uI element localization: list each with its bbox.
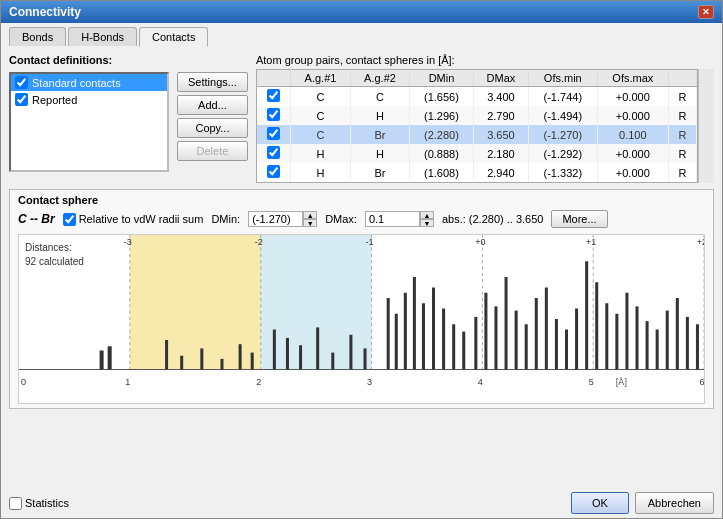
dmin-down[interactable]: ▼ [303,219,317,227]
dmax-up[interactable]: ▲ [420,211,434,219]
svg-rect-36 [349,335,352,370]
dmax-1: 2.790 [473,106,528,125]
tab-contacts[interactable]: Contacts [139,27,208,47]
chart-info: Distances: 92 calculated [25,241,84,269]
svg-rect-35 [331,353,334,370]
r-1: R [669,106,697,125]
add-button[interactable]: Add... [177,95,248,115]
col-ag1: A.g.#1 [291,70,350,87]
svg-rect-47 [474,317,477,370]
svg-rect-50 [505,277,508,369]
dmin-4: (1.608) [410,163,474,182]
count-label: 92 calculated [25,255,84,269]
ok-button[interactable]: OK [571,492,629,514]
svg-rect-42 [422,303,425,369]
statistics-checkbox[interactable] [9,497,22,510]
svg-rect-64 [646,321,649,369]
table-row[interactable]: H Br (1.608) 2.940 (-1.332) +0.000 R [257,163,697,182]
svg-text:2: 2 [256,377,261,387]
ofsmin-2: (-1.270) [529,125,597,144]
contact-item-reported[interactable]: Reported [11,91,167,108]
svg-rect-33 [299,345,302,369]
ag1-4: H [291,163,350,182]
ag1-1: C [291,106,350,125]
col-dmax: DMax [473,70,528,87]
tab-hbonds[interactable]: H-Bonds [68,27,137,46]
row-check-4[interactable] [267,165,280,178]
svg-rect-45 [452,324,455,369]
svg-text:1: 1 [125,377,130,387]
svg-rect-32 [286,338,289,370]
copy-button[interactable]: Copy... [177,118,248,138]
ag1-2: C [291,125,350,144]
atom-group-table: A.g.#1 A.g.#2 DMin DMax Ofs.min Ofs.max [256,69,698,183]
row-check-2[interactable] [267,127,280,140]
atom-pair-label: C -- Br [18,212,55,226]
dmax-input[interactable] [365,211,420,227]
contact-definitions-panel: Contact definitions: Standard contacts R… [9,54,169,183]
svg-text:6: 6 [699,377,704,387]
atom-group-pairs-panel: Atom group pairs, contact spheres in [Å]… [256,54,714,183]
ofsmin-3: (-1.292) [529,144,597,163]
ag2-3: H [350,144,409,163]
ofsmax-1: +0.000 [597,106,669,125]
svg-rect-41 [413,277,416,369]
svg-rect-48 [484,293,487,370]
svg-rect-43 [432,288,435,370]
chart-area: Distances: 92 calculated [18,234,705,404]
ofsmin-4: (-1.332) [529,163,597,182]
standard-checkbox[interactable] [15,76,28,89]
table-row[interactable]: H H (0.888) 2.180 (-1.292) +0.000 R [257,144,697,163]
close-button[interactable]: ✕ [698,5,714,19]
row-check-3[interactable] [267,146,280,159]
table-scrollbar[interactable] [698,69,714,183]
delete-button[interactable]: Delete [177,141,248,161]
svg-rect-60 [605,303,608,369]
distances-label: Distances: [25,241,84,255]
svg-rect-46 [462,332,465,370]
abs-label: abs.: (2.280) .. 3.650 [442,213,544,225]
settings-button[interactable]: Settings... [177,72,248,92]
reported-checkbox[interactable] [15,93,28,106]
row-check-0[interactable] [267,89,280,102]
svg-rect-62 [625,293,628,370]
svg-rect-26 [180,356,183,370]
row-check-1[interactable] [267,108,280,121]
bottom-bar: Statistics OK Abbrechen [1,488,722,518]
dmin-input[interactable] [248,211,303,227]
cancel-button[interactable]: Abbrechen [635,492,714,514]
title-bar-buttons: ✕ [698,5,714,19]
svg-rect-34 [316,327,319,369]
table-row[interactable]: C C (1.656) 3.400 (-1.744) +0.000 R [257,87,697,107]
svg-rect-65 [656,330,659,370]
ofsmax-0: +0.000 [597,87,669,107]
col-check [257,70,291,87]
r-3: R [669,144,697,163]
svg-text:-1: -1 [366,237,374,247]
tab-bonds[interactable]: Bonds [9,27,66,46]
svg-rect-59 [595,282,598,369]
window-title: Connectivity [9,5,81,19]
dmin-label: DMin: [211,213,240,225]
ofsmin-1: (-1.494) [529,106,597,125]
svg-rect-24 [108,346,112,369]
svg-rect-44 [442,309,445,370]
main-window: Connectivity ✕ Bonds H-Bonds Contacts Co… [0,0,723,519]
contact-item-standard[interactable]: Standard contacts [11,74,167,91]
table-row[interactable]: C H (1.296) 2.790 (-1.494) +0.000 R [257,106,697,125]
svg-rect-57 [575,309,578,370]
svg-rect-56 [565,330,568,370]
svg-rect-23 [100,351,104,370]
contact-defs-label: Contact definitions: [9,54,169,66]
more-button[interactable]: More... [551,210,607,228]
dmin-up[interactable]: ▲ [303,211,317,219]
dmax-down[interactable]: ▼ [420,219,434,227]
sphere-controls: C -- Br Relative to vdW radii sum DMin: … [18,210,705,228]
svg-text:0: 0 [21,377,26,387]
ag1-0: C [291,87,350,107]
dmax-label: DMax: [325,213,357,225]
relative-vdw-checkbox[interactable] [63,213,76,226]
dmin-spinner: ▲ ▼ [248,211,317,227]
svg-text:+2: +2 [697,237,704,247]
table-row-highlighted[interactable]: C Br (2.280) 3.650 (-1.270) 0.100 R [257,125,697,144]
